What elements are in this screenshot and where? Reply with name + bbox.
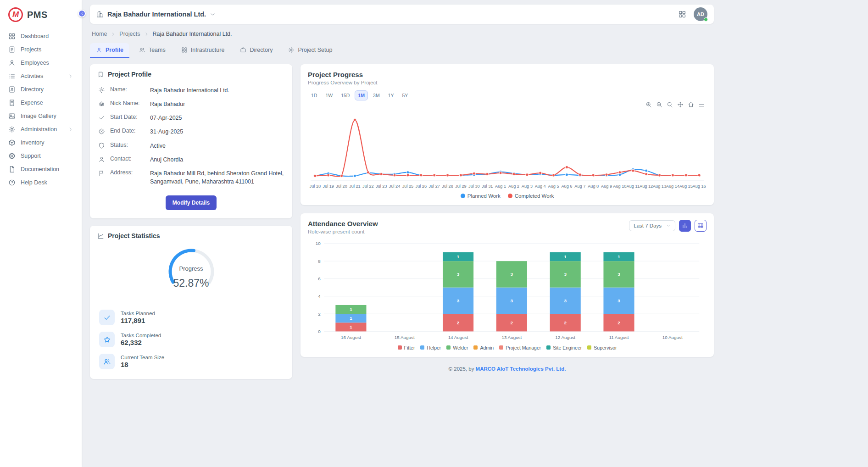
date-range-select[interactable]: Last 7 Days xyxy=(629,220,675,231)
company-selector[interactable]: Raja Bahadur International Ltd. xyxy=(96,11,216,18)
svg-text:2: 2 xyxy=(564,320,567,325)
sidebar-item-dashboard[interactable]: Dashboard xyxy=(0,30,82,43)
svg-text:Jul 20: Jul 20 xyxy=(336,184,347,189)
chart-view-button[interactable] xyxy=(679,220,691,232)
time-range-selector: 1D 1W 15D 1M 3M 1Y 5Y xyxy=(308,90,707,100)
dashboard-icon xyxy=(8,33,16,40)
svg-text:Jul 22: Jul 22 xyxy=(362,184,373,189)
field-value: Anuj Chordia xyxy=(150,156,183,164)
stat-tasks-completed: Tasks Completed 62,332 xyxy=(99,328,283,350)
tab-profile[interactable]: Profile xyxy=(90,43,129,58)
card-title: Attendance Overview xyxy=(308,220,378,228)
legend-item[interactable]: Helper xyxy=(420,345,441,350)
tab-infrastructure[interactable]: Infrastructure xyxy=(175,43,231,58)
company-link[interactable]: MARCO AIoT Technologies Pvt. Ltd. xyxy=(476,366,566,372)
sidebar-item-label: Image Gallery xyxy=(21,113,56,119)
range-1d[interactable]: 1D xyxy=(308,90,320,100)
range-1w[interactable]: 1W xyxy=(322,90,336,100)
sidebar-item-employees[interactable]: Employees xyxy=(0,56,82,69)
copyright-text: © 2025, by xyxy=(449,366,476,372)
legend-item[interactable]: Site Engineer xyxy=(546,345,582,350)
main-content: Raja Bahadur International Ltd. AD Home … xyxy=(82,0,722,467)
table-view-button[interactable] xyxy=(695,220,707,232)
avatar-initials: AD xyxy=(697,11,704,17)
sidebar: M PMS Dashboard Projects Employees Activ… xyxy=(0,0,82,467)
home-icon[interactable] xyxy=(688,101,694,108)
contact-book-icon xyxy=(8,86,16,93)
bookmark-icon xyxy=(97,71,104,78)
sidebar-collapse-button[interactable] xyxy=(78,10,86,17)
legend-label: Welder xyxy=(453,345,468,350)
sidebar-item-activities[interactable]: Activities xyxy=(0,70,82,83)
svg-text:3: 3 xyxy=(457,272,460,277)
svg-text:Aug 14: Aug 14 xyxy=(666,184,679,189)
legend-label: Admin xyxy=(480,345,494,350)
breadcrumb-projects[interactable]: Projects xyxy=(119,31,140,37)
svg-text:Jul 31: Jul 31 xyxy=(482,184,493,189)
tab-project-setup[interactable]: Project Setup xyxy=(282,43,338,58)
svg-text:Aug 8: Aug 8 xyxy=(588,184,599,189)
tab-teams[interactable]: Teams xyxy=(133,43,172,58)
apps-grid-button[interactable] xyxy=(678,10,686,18)
chart-toolbar xyxy=(310,101,705,108)
sidebar-item-image-gallery[interactable]: Image Gallery xyxy=(0,110,82,122)
chevron-right-icon xyxy=(111,32,116,37)
legend-item[interactable]: Planned Work xyxy=(461,193,501,199)
users-icon xyxy=(139,47,145,53)
selection-zoom-icon[interactable] xyxy=(667,101,673,108)
fingerprint-icon xyxy=(98,100,105,107)
svg-text:3: 3 xyxy=(564,272,567,277)
zoom-out-icon[interactable] xyxy=(656,101,662,108)
legend-item[interactable]: Welder xyxy=(446,345,468,350)
sidebar-item-directory[interactable]: Directory xyxy=(0,83,82,96)
stat-value: 62,332 xyxy=(121,339,161,346)
file-icon xyxy=(8,166,16,173)
zoom-in-icon[interactable] xyxy=(645,101,652,108)
range-1y[interactable]: 1Y xyxy=(385,90,397,100)
svg-text:1: 1 xyxy=(350,307,352,312)
svg-text:Aug 5: Aug 5 xyxy=(548,184,559,189)
legend-item[interactable]: Supervisor xyxy=(587,345,617,350)
range-15d[interactable]: 15D xyxy=(338,90,353,100)
gauge-label: Progress xyxy=(157,265,226,272)
legend-item[interactable]: Project Manager xyxy=(499,345,541,350)
attendance-bar-chart[interactable]: 024681011116 August15 August233114 Augus… xyxy=(308,238,707,343)
sidebar-item-projects[interactable]: Projects xyxy=(0,43,82,56)
receipt-icon xyxy=(8,99,16,106)
tab-directory[interactable]: Directory xyxy=(234,43,278,58)
sidebar-item-documentation[interactable]: Documentation xyxy=(0,163,82,176)
legend-label: Fitter xyxy=(404,345,415,350)
app-name: PMS xyxy=(27,10,48,20)
menu-icon[interactable] xyxy=(698,101,705,108)
sidebar-item-help-desk[interactable]: Help Desk xyxy=(0,176,82,189)
sidebar-item-expense[interactable]: Expense xyxy=(0,96,82,109)
sidebar-item-label: Administration xyxy=(21,126,57,133)
stat-team-size: Current Team Size 18 xyxy=(99,350,283,372)
sidebar-item-inventory[interactable]: Inventory xyxy=(0,136,82,149)
lifebuoy-icon xyxy=(8,152,16,160)
svg-text:Aug 12: Aug 12 xyxy=(640,184,653,189)
status-value: Active xyxy=(150,142,166,150)
sidebar-item-administration[interactable]: Administration xyxy=(0,123,82,136)
gauge-value: 52.87% xyxy=(157,277,226,289)
logo: M PMS xyxy=(0,6,82,29)
svg-text:10: 10 xyxy=(316,241,321,246)
range-1m[interactable]: 1M xyxy=(355,90,368,100)
range-5y[interactable]: 5Y xyxy=(399,90,411,100)
logo-icon: M xyxy=(8,7,23,22)
avatar[interactable]: AD xyxy=(694,7,707,21)
field-value: 31-Aug-2025 xyxy=(150,128,183,136)
breadcrumb-home[interactable]: Home xyxy=(92,31,107,37)
range-3m[interactable]: 3M xyxy=(370,90,383,100)
chevron-right-icon xyxy=(144,32,149,37)
grid-icon xyxy=(181,47,188,53)
progress-line-chart[interactable]: Jul 18Jul 19Jul 20Jul 21Jul 22Jul 23Jul … xyxy=(308,108,707,191)
legend-item[interactable]: Fitter xyxy=(398,345,415,350)
sidebar-item-support[interactable]: Support xyxy=(0,150,82,162)
legend-item[interactable]: Admin xyxy=(473,345,494,350)
modify-details-button[interactable]: Modify Details xyxy=(166,195,217,210)
online-status-dot xyxy=(704,17,708,22)
svg-text:Jul 24: Jul 24 xyxy=(389,184,400,189)
legend-item[interactable]: Completed Work xyxy=(508,193,554,199)
pan-icon[interactable] xyxy=(677,101,684,108)
